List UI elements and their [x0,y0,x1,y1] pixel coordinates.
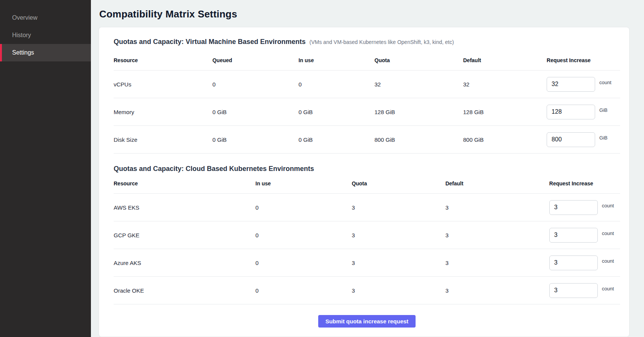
default-value: 3 [445,232,549,238]
resource-name: Disk Size [114,136,213,143]
queued-value: 0 GiB [213,136,299,143]
cloud-table-header: Resource In use Quota Default Request In… [114,180,620,193]
app-root: Overview History Settings Compatibility … [0,0,644,337]
vm-quota-table: Resource Queued In use Quota Default Req… [114,57,620,154]
vm-table-header: Resource Queued In use Quota Default Req… [114,57,620,70]
in-use-value: 0 [255,204,352,211]
sidebar-item-label: History [12,32,31,39]
unit-label: count [602,230,614,236]
page-title: Compatibility Matrix Settings [99,8,630,20]
col-resource: Resource [114,57,213,63]
quota-value: 800 GiB [375,136,463,143]
table-row-azure-aks: Azure AKS 0 3 3 count [114,249,620,276]
in-use-value: 0 [255,287,352,294]
col-in-use: In use [255,180,352,187]
resource-name: Memory [114,109,213,115]
request-increase-input[interactable] [549,283,598,298]
request-increase-input[interactable] [547,77,595,92]
resource-name: vCPUs [114,81,213,88]
col-in-use: In use [299,57,375,63]
main-content: Compatibility Matrix Settings Quotas and… [91,0,644,337]
submit-quota-increase-button[interactable]: Submit quota increase request [318,315,416,328]
unit-label: GiB [599,107,608,113]
submit-row: Submit quota increase request [114,315,620,328]
col-queued: Queued [213,57,299,63]
request-increase-input[interactable] [549,228,598,243]
cloud-quota-table: Resource In use Quota Default Request In… [114,180,620,304]
unit-label: count [602,203,614,208]
quota-value: 32 [375,81,463,88]
quota-value: 128 GiB [375,109,463,115]
resource-name: GCP GKE [114,232,255,238]
sidebar-item-label: Settings [12,49,34,56]
request-increase-input[interactable] [549,200,598,215]
default-value: 3 [445,287,549,294]
sidebar-item-overview[interactable]: Overview [0,9,91,27]
default-value: 3 [445,204,549,211]
table-row-vcpus: vCPUs 0 0 32 32 count [114,70,620,98]
queued-value: 0 [213,81,299,88]
vm-section-title: Quotas and Capacity: Virtual Machine Bas… [114,38,306,46]
col-resource: Resource [114,180,255,187]
quota-value: 3 [352,287,445,294]
table-row-aws-eks: AWS EKS 0 3 3 count [114,193,620,221]
queued-value: 0 GiB [213,109,299,115]
vm-section-subtitle: (VMs and VM-based Kubernetes like OpenSh… [309,39,454,45]
quota-value: 3 [352,260,445,266]
request-increase-cell: count [549,283,620,298]
request-increase-cell: count [547,77,620,92]
vm-quota-section: Quotas and Capacity: Virtual Machine Bas… [114,38,620,154]
sidebar-item-settings[interactable]: Settings [0,44,91,61]
sidebar-item-history[interactable]: History [0,27,91,44]
table-row-memory: Memory 0 GiB 0 GiB 128 GiB 128 GiB GiB [114,98,620,125]
col-request-increase: Request Increase [549,180,620,187]
sidebar: Overview History Settings [0,0,91,337]
col-default: Default [445,180,549,187]
col-default: Default [463,57,547,63]
quota-settings-card: Quotas and Capacity: Virtual Machine Bas… [98,27,630,337]
unit-label: GiB [599,135,608,141]
default-value: 128 GiB [463,109,547,115]
vm-section-header: Quotas and Capacity: Virtual Machine Bas… [114,38,620,46]
resource-name: Oracle OKE [114,287,255,294]
cloud-quota-section: Quotas and Capacity: Cloud Based Kuberne… [114,165,620,304]
request-increase-cell: count [549,200,620,215]
request-increase-cell: count [549,228,620,243]
in-use-value: 0 [299,81,375,88]
request-increase-input[interactable] [549,255,598,270]
request-increase-input[interactable] [547,105,595,119]
table-row-oracle-oke: Oracle OKE 0 3 3 count [114,276,620,304]
table-row-gcp-gke: GCP GKE 0 3 3 count [114,221,620,249]
sidebar-item-label: Overview [12,14,38,21]
unit-label: count [599,80,611,85]
in-use-value: 0 GiB [299,109,375,115]
resource-name: Azure AKS [114,260,255,266]
quota-value: 3 [352,232,445,238]
unit-label: count [602,258,614,264]
col-quota: Quota [352,180,445,187]
default-value: 800 GiB [463,136,547,143]
cloud-section-title: Quotas and Capacity: Cloud Based Kuberne… [114,165,314,173]
quota-value: 3 [352,204,445,211]
in-use-value: 0 GiB [299,136,375,143]
request-increase-cell: GiB [547,105,620,119]
cloud-section-header: Quotas and Capacity: Cloud Based Kuberne… [114,165,620,173]
default-value: 3 [445,260,549,266]
request-increase-input[interactable] [547,132,595,147]
col-quota: Quota [375,57,463,63]
in-use-value: 0 [255,232,352,238]
in-use-value: 0 [255,260,352,266]
request-increase-cell: GiB [547,132,620,147]
default-value: 32 [463,81,547,88]
resource-name: AWS EKS [114,204,255,211]
request-increase-cell: count [549,255,620,270]
table-row-disk-size: Disk Size 0 GiB 0 GiB 800 GiB 800 GiB Gi… [114,125,620,153]
unit-label: count [602,286,614,292]
col-request-increase: Request Increase [547,57,620,63]
